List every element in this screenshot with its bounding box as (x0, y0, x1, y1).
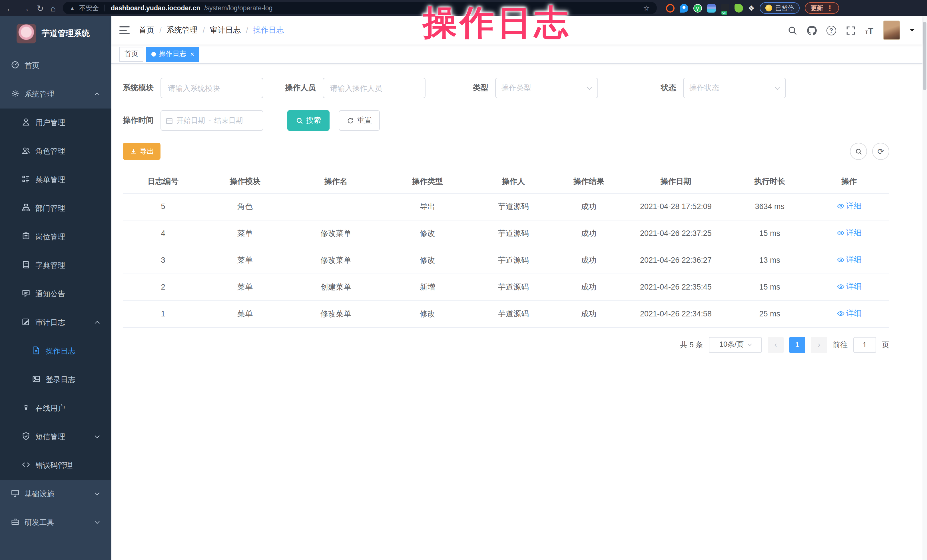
sidebar-item-online-users[interactable]: 在线用户 (0, 394, 111, 423)
extension-pin-icon[interactable] (679, 4, 688, 12)
sidebar-item-error-codes[interactable]: 错误码管理 (0, 451, 111, 480)
tag-operate-log[interactable]: 操作日志 × (146, 47, 199, 61)
page-size-select[interactable]: 10条/页 (709, 337, 762, 353)
sidebar-item-infrastructure[interactable]: 基础设施 (0, 480, 111, 508)
sidebar-item-audit-log[interactable]: 审计日志 (0, 308, 111, 337)
extension-grid-icon[interactable] (707, 4, 716, 12)
fullscreen-icon[interactable] (846, 26, 856, 35)
sidebar-item-dictionary[interactable]: 字典管理 (0, 251, 111, 280)
prev-page-button[interactable]: ‹ (767, 337, 784, 353)
detail-link[interactable]: 详细 (836, 228, 862, 238)
refresh-circle-button[interactable]: ⟳ (872, 143, 889, 160)
sidebar-item-departments[interactable]: 部门管理 (0, 194, 111, 223)
breadcrumb-audit[interactable]: 审计日志 (210, 25, 241, 35)
app-logo-row[interactable]: 芋道管理系统 (0, 16, 111, 52)
help-icon[interactable]: ? (827, 26, 836, 35)
status-select[interactable]: 操作状态 (683, 78, 786, 98)
sidebar-item-posts[interactable]: 岗位管理 (0, 223, 111, 251)
search-circle-button[interactable] (850, 143, 867, 160)
table-tools: ⟳ (850, 143, 889, 160)
col-type: 操作类型 (385, 170, 470, 193)
font-size-icon[interactable]: тT (865, 26, 873, 35)
eye-icon (836, 229, 845, 237)
scrollbar[interactable] (922, 16, 927, 560)
breadcrumb-system[interactable]: 系统管理 (167, 25, 198, 35)
url-path[interactable]: /system/log/operate-log (204, 5, 272, 11)
image-icon (32, 375, 41, 385)
table-row: 2菜单创建菜单新增芋道源码成功2021-04-26 22:35:4515 ms … (123, 273, 889, 300)
monitor-icon (11, 489, 20, 499)
sidebar-item-system[interactable]: 系统管理 (0, 80, 111, 109)
browser-menu-icon[interactable]: ⋮ (826, 4, 834, 12)
extensions-puzzle-icon[interactable]: ❖ (748, 4, 755, 12)
wifi-icon (22, 403, 30, 413)
paused-badge[interactable]: 已暂停 (760, 2, 800, 14)
col-date: 操作日期 (621, 170, 731, 193)
search-button[interactable]: 搜索 (287, 110, 330, 131)
app-logo (17, 24, 36, 43)
sidebar-item-home[interactable]: 首页 (0, 52, 111, 80)
reload-icon[interactable]: ↻ (36, 4, 44, 12)
module-input[interactable] (161, 78, 263, 98)
reset-button[interactable]: 重置 (339, 110, 380, 131)
col-module: 操作模块 (203, 170, 287, 193)
breadcrumb-home[interactable]: 首页 (139, 25, 154, 35)
sidebar-item-login-log[interactable]: 登录日志 (0, 366, 111, 394)
code-icon (22, 460, 30, 470)
refresh-icon: ⟳ (877, 147, 884, 155)
chevron-down-icon (94, 490, 100, 496)
col-result: 操作结果 (556, 170, 621, 193)
extension-green-icon[interactable]: y (693, 4, 702, 12)
url-host[interactable]: dashboard.yudao.iocoder.cn (111, 5, 200, 11)
time-label: 操作时间 (123, 115, 153, 126)
export-button[interactable]: 导出 (123, 143, 161, 160)
security-label[interactable]: 不安全 (79, 4, 99, 12)
sidebar-item-menus[interactable]: 菜单管理 (0, 165, 111, 194)
tag-close-icon[interactable]: × (190, 50, 194, 58)
type-select[interactable]: 操作类型 (495, 78, 598, 98)
sidebar-item-users[interactable]: 用户管理 (0, 109, 111, 137)
sidebar-item-operate-log[interactable]: 操作日志 (0, 337, 111, 366)
col-operator: 操作人 (470, 170, 556, 193)
col-action: 操作 (809, 170, 889, 193)
extension-orange-icon[interactable] (666, 4, 674, 12)
current-page[interactable]: 1 (789, 337, 805, 353)
table-row: 3菜单修改菜单修改芋道源码成功2021-04-26 22:36:2713 ms … (123, 247, 889, 273)
date-range-picker[interactable]: 开始日期 - 结束日期 (161, 110, 263, 131)
download-icon (129, 148, 137, 155)
caret-down-icon[interactable] (910, 29, 915, 34)
home-icon[interactable]: ⌂ (50, 4, 56, 12)
scrollbar-thumb[interactable] (923, 22, 926, 90)
sidebar-item-announcements[interactable]: 通知公告 (0, 280, 111, 308)
goto-page-input[interactable] (853, 337, 876, 353)
next-page-button[interactable]: › (811, 337, 827, 353)
calendar-icon (166, 117, 173, 124)
detail-link[interactable]: 详细 (836, 308, 862, 319)
detail-link[interactable]: 详细 (836, 201, 862, 211)
sidebar-item-sms[interactable]: 短信管理 (0, 423, 111, 451)
pagination: 共 5 条 10条/页 ‹ 1 › 前往 页 (123, 337, 889, 353)
sidebar-item-dev-tools[interactable]: 研发工具 (0, 508, 111, 537)
sidebar-item-roles[interactable]: 角色管理 (0, 137, 111, 165)
detail-link[interactable]: 详细 (836, 282, 862, 292)
back-icon[interactable]: ← (6, 4, 14, 12)
table-toolbar: 导出 ⟳ (123, 143, 889, 160)
briefcase-icon (11, 518, 20, 528)
operate-log-table: 日志编号 操作模块 操作名 操作类型 操作人 操作结果 操作日期 执行时长 操作… (123, 170, 889, 328)
detail-link[interactable]: 详细 (836, 255, 862, 265)
hamburger-icon[interactable] (119, 26, 130, 34)
update-button[interactable]: 更新 ⋮ (805, 2, 839, 14)
extension-leaf-icon[interactable] (734, 4, 743, 12)
search-icon[interactable] (788, 26, 797, 35)
emoji-icon (766, 5, 772, 11)
tag-home[interactable]: 首页 (119, 47, 143, 61)
operator-input[interactable] (323, 78, 426, 98)
forward-icon[interactable]: → (21, 4, 30, 12)
extension-switch-icon[interactable] (720, 4, 729, 12)
book-icon (22, 260, 30, 271)
avatar[interactable] (883, 21, 900, 40)
github-icon[interactable] (807, 26, 817, 35)
bookmark-star-icon[interactable]: ☆ (643, 4, 650, 12)
table-header-row: 日志编号 操作模块 操作名 操作类型 操作人 操作结果 操作日期 执行时长 操作 (123, 170, 889, 193)
chevron-down-icon (775, 85, 780, 90)
